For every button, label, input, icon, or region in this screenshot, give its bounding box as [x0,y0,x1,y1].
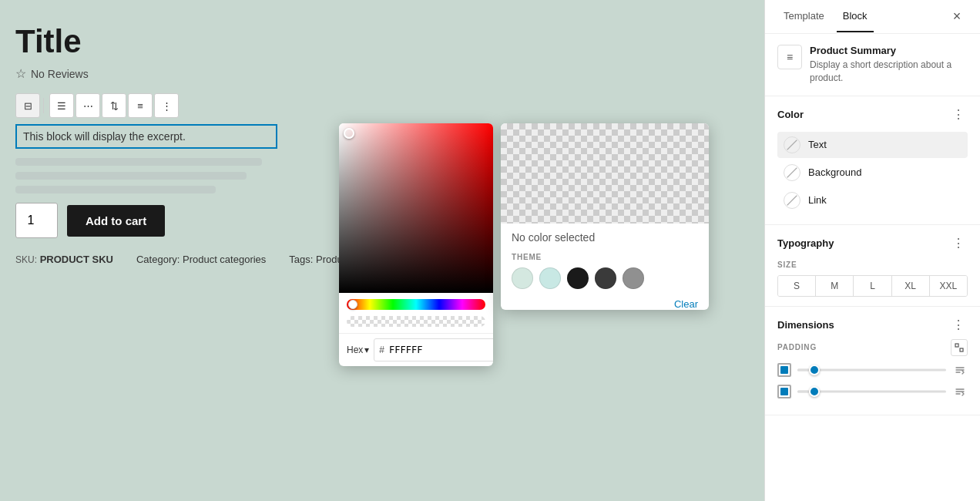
gradient-handle[interactable] [344,128,354,139]
padding-row-1 [777,362,968,378]
size-btn-s[interactable]: S [778,276,816,296]
size-btn-xxl[interactable]: XXL [930,276,967,296]
grid-btn[interactable]: ⋯ [76,93,100,118]
padding-slider-1[interactable] [797,364,946,376]
svg-rect-5 [955,344,958,347]
bg-color-swatch [784,164,800,181]
canvas-area: Title ☆ No Reviews ⊟ ☰ ⋯ ⇅ ≡ ⋮ This bloc… [0,0,764,501]
size-label: SIZE [777,261,968,269]
hue-slider-wrap [339,293,493,313]
size-btn-xl[interactable]: XL [892,276,930,296]
typography-more-btn[interactable]: ⋮ [949,234,968,253]
skeleton-line-2 [15,172,247,180]
category-block: Category: Product categories [136,254,266,265]
sku-block: SKU: PRODUCT SKU [15,254,113,265]
hex-input[interactable] [384,341,493,358]
block-type-btn[interactable]: ⊟ [15,93,40,118]
more-options-btn[interactable]: ⋮ [154,93,179,118]
color-option-link[interactable]: Link [777,187,968,214]
picker-footer: Hex ▾ # [339,333,493,366]
excerpt-block[interactable]: This block will display the excerpt. [15,124,277,149]
no-color-panel: No color selected THEME Clear [501,123,709,310]
svg-rect-6 [960,348,963,351]
alpha-bar[interactable] [347,316,485,327]
padding-corners-btn[interactable] [951,339,968,356]
hex-format-label: Hex [347,345,363,355]
size-buttons: S M L XL XXL [777,275,968,297]
page-title: Title [15,23,749,60]
dimensions-section-title: Dimensions [777,319,834,331]
padding-settings-1[interactable] [952,362,968,378]
theme-swatch-5[interactable] [623,267,644,289]
tab-template[interactable]: Template [777,1,831,32]
bg-color-label: Background [808,166,861,178]
theme-swatch-1[interactable] [512,267,533,289]
typography-section: Typography ⋮ SIZE S M L XL XXL [765,225,980,307]
sku-value: PRODUCT SKU [40,254,113,265]
padding-thumb-1 [809,365,820,375]
category-text: Category: Product categories [136,254,266,265]
sidebar: Template Block × ≡ Product Summary Displ… [764,0,980,501]
add-to-cart-button[interactable]: Add to cart [67,205,165,237]
block-info-header: ≡ Product Summary Display a short descri… [765,34,980,96]
reviews-row: ☆ No Reviews [15,66,749,81]
hex-hash: # [379,345,384,355]
reviews-text: No Reviews [31,68,89,80]
hue-thumb [348,300,357,309]
color-section: Color ⋮ Text Background [765,96,980,225]
text-color-label: Text [808,139,827,150]
padding-settings-2[interactable] [952,384,968,399]
theme-swatch-3[interactable] [567,267,589,289]
padding-row-2 [777,384,968,399]
svg-line-3 [787,167,797,177]
color-option-background[interactable]: Background [777,160,968,186]
sku-label: SKU: [15,254,37,265]
size-btn-m[interactable]: M [816,276,854,296]
no-color-body: No color selected THEME Clear [501,224,709,304]
svg-line-4 [787,195,797,205]
close-sidebar-btn[interactable]: × [946,6,968,28]
theme-label: THEME [512,253,698,261]
no-color-swatch [501,123,709,224]
svg-line-2 [787,140,797,150]
padding-thumb-2 [809,386,820,397]
star-icon: ☆ [15,66,26,81]
block-type-icon: ≡ [777,45,802,69]
block-title: Product Summary [810,45,968,56]
list-view-btn[interactable]: ☰ [49,93,74,118]
align-btn[interactable]: ≡ [128,93,153,118]
padding-slider-2[interactable] [797,385,946,398]
tab-block[interactable]: Block [837,1,874,32]
color-picker-popup: Hex ▾ # [339,123,493,366]
link-color-swatch [784,192,800,209]
block-toolbar: ⊟ ☰ ⋯ ⇅ ≡ ⋮ [15,93,749,118]
padding-icon-2 [777,385,791,398]
toolbar-separator [43,98,46,113]
dimensions-section-header: Dimensions ⋮ [777,316,968,335]
padding-label: PADDING [777,343,817,351]
size-btn-l[interactable]: L [854,276,891,296]
dropdown-arrow: ▾ [364,345,369,355]
theme-swatch-4[interactable] [595,267,616,289]
color-option-text[interactable]: Text [777,132,968,158]
quantity-input[interactable]: 1 [15,203,58,238]
block-desc: Display a short description about a prod… [810,59,968,85]
typography-section-title: Typography [777,237,834,249]
alpha-bar-wrap [339,313,493,333]
padding-icon-1 [777,363,791,377]
color-more-btn[interactable]: ⋮ [949,106,968,124]
sidebar-header: Template Block × [765,0,980,34]
dimensions-section: Dimensions ⋮ PADDING [765,307,980,415]
clear-color-btn[interactable]: Clear [674,298,698,310]
typography-section-header: Typography ⋮ [777,234,968,253]
color-section-title: Color [777,109,804,120]
color-gradient[interactable] [339,123,493,293]
text-color-swatch [784,136,800,153]
block-info: Product Summary Display a short descript… [810,45,968,85]
theme-swatch-2[interactable] [539,267,561,289]
hex-format-select[interactable]: Hex ▾ [347,345,369,355]
dimensions-more-btn[interactable]: ⋮ [949,316,968,335]
hue-bar[interactable] [347,299,485,310]
up-down-btn[interactable]: ⇅ [102,93,126,118]
block-icon-symbol: ≡ [787,51,793,63]
